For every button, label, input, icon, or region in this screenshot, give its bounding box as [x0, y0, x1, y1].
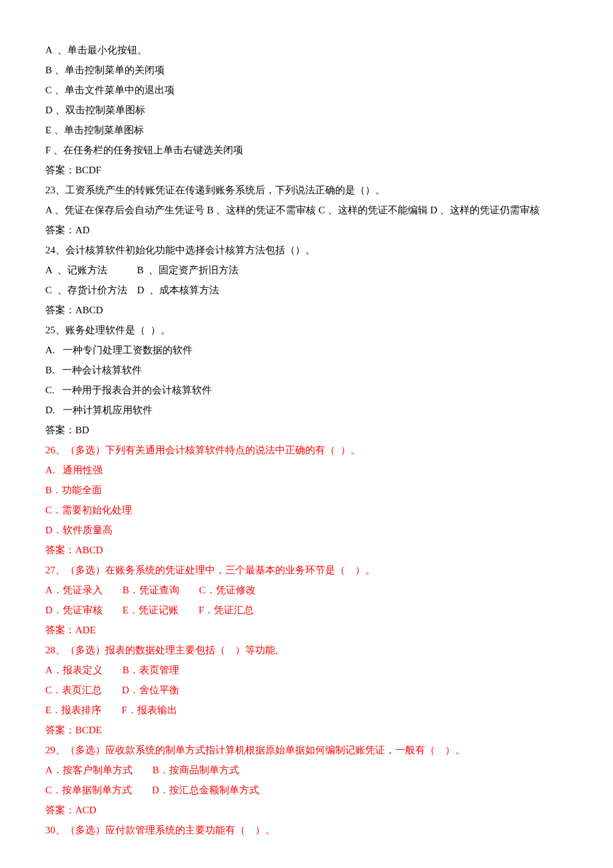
- text-line: A. 一种专门处理工资数据的软件: [45, 340, 568, 360]
- text-line: D 、双击控制菜单图标: [45, 100, 568, 120]
- text-line: C. 一种用于报表合并的会计核算软件: [45, 380, 568, 400]
- text-line: 答案：ABCD: [45, 300, 568, 320]
- text-line: 24、会计核算软件初始化功能中选择会计核算方法包括（）。: [45, 240, 568, 260]
- text-line: C．按单据制单方式 D．按汇总金额制单方式: [45, 780, 568, 800]
- text-line: A．按客户制单方式 B．按商品制单方式: [45, 760, 568, 780]
- text-line: 答案：AD: [45, 220, 568, 240]
- text-line: 答案：ACD: [45, 800, 568, 820]
- text-line: A. 通用性强: [45, 460, 568, 480]
- text-line: C．需要初始化处理: [45, 500, 568, 520]
- text-line: A 、凭证在保存后会自动产生凭证号 B 、这样的凭证不需审核 C 、这样的凭证不…: [45, 200, 568, 220]
- text-line: A．凭证录入 B．凭证查询 C．凭证修改: [45, 580, 568, 600]
- text-line: 25、账务处理软件是（ ）。: [45, 320, 568, 340]
- text-line: E 、单击控制菜单图标: [45, 120, 568, 140]
- text-line: 26、（多选）下列有关通用会计核算软件特点的说法中正确的有（ ）。: [45, 440, 568, 460]
- text-line: E．报表排序 F．报表输出: [45, 700, 568, 720]
- text-line: C 、单击文件菜单中的退出项: [45, 80, 568, 100]
- text-line: 30、（多选）应付款管理系统的主要功能有（ ）。: [45, 820, 568, 840]
- text-line: B 、单击控制菜单的关闭项: [45, 60, 568, 80]
- text-line: D．凭证审核 E．凭证记账 F．凭证汇总: [45, 600, 568, 620]
- text-line: A．报表定义 B．表页管理: [45, 660, 568, 680]
- text-line: D. 一种计算机应用软件: [45, 400, 568, 420]
- text-line: F 、在任务栏的任务按钮上单击右键选关闭项: [45, 140, 568, 160]
- text-line: A 、记账方法 B 、固定资产折旧方法: [45, 260, 568, 280]
- text-line: 28、（多选）报表的数据处理主要包括（ ）等功能。: [45, 640, 568, 660]
- text-line: 23、工资系统产生的转账凭证在传递到账务系统后，下列说法正确的是（）。: [45, 180, 568, 200]
- text-line: C．表页汇总 D．舍位平衡: [45, 680, 568, 700]
- text-line: 答案：ADE: [45, 620, 568, 640]
- text-line: A 、单击最小化按钮。: [45, 40, 568, 60]
- text-line: 29、（多选）应收款系统的制单方式指计算机根据原始单据如何编制记账凭证，一般有（…: [45, 740, 568, 760]
- text-line: C 、存货计价方法 D 、成本核算方法: [45, 280, 568, 300]
- text-line: 答案：ABCD: [45, 540, 568, 560]
- document-body: A 、单击最小化按钮。B 、单击控制菜单的关闭项C 、单击文件菜单中的退出项D …: [45, 40, 568, 840]
- text-line: 答案：BCDF: [45, 160, 568, 180]
- text-line: B．功能全面: [45, 480, 568, 500]
- text-line: 27、（多选）在账务系统的凭证处理中，三个最基本的业务环节是（ ）。: [45, 560, 568, 580]
- text-line: D．软件质量高: [45, 520, 568, 540]
- text-line: 答案：BCDE: [45, 720, 568, 740]
- text-line: B. 一种会计核算软件: [45, 360, 568, 380]
- text-line: 答案：BD: [45, 420, 568, 440]
